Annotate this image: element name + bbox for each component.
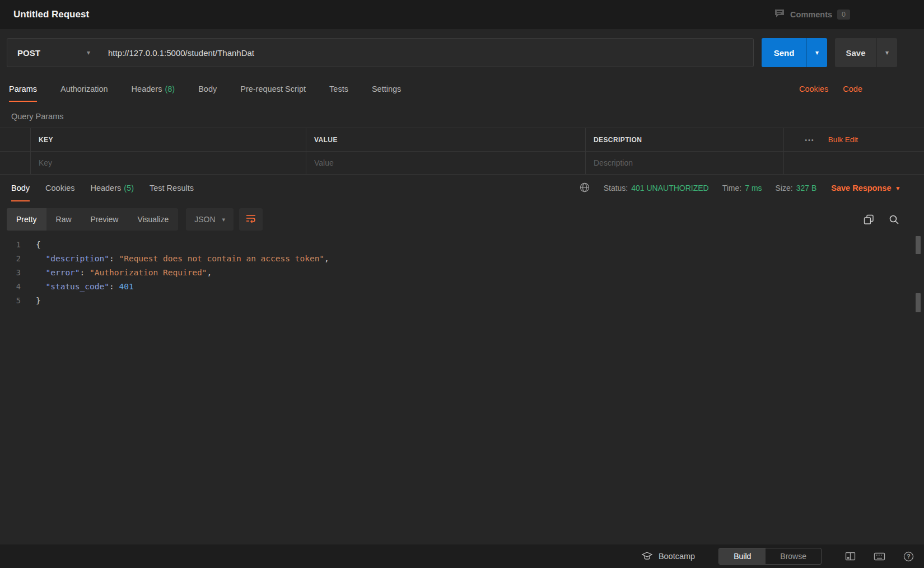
status-bar: Bootcamp Build Browse ? xyxy=(0,544,924,568)
tab-authorization[interactable]: Authorization xyxy=(60,76,108,102)
line-content: "description": "Request does not contain… xyxy=(36,252,329,266)
response-header: BodyCookiesHeaders(5)Test Results Status… xyxy=(0,175,924,201)
comments-count-badge: 0 xyxy=(837,10,850,20)
save-button[interactable]: Save xyxy=(835,38,876,67)
code-link[interactable]: Code xyxy=(843,85,862,93)
bootcamp-label: Bootcamp xyxy=(659,552,695,561)
save-options-caret[interactable]: ▾ xyxy=(876,38,897,67)
tab-pre-request-script[interactable]: Pre-request Script xyxy=(240,76,306,102)
response-toolbar: PrettyRawPreviewVisualize JSON ▾ xyxy=(7,208,899,231)
postman-app: Untitled Request Comments 0 POST ▾ Send … xyxy=(0,0,924,568)
time-badge: Time: 7 ms xyxy=(722,184,762,193)
param-value-input[interactable] xyxy=(314,158,577,167)
line-number: 3 xyxy=(0,266,36,280)
wrap-text-button[interactable] xyxy=(239,208,263,231)
request-bar: POST ▾ Send ▾ Save ▾ xyxy=(0,29,924,76)
keyboard-icon[interactable] xyxy=(874,552,885,561)
bootcamp-button[interactable]: Bootcamp xyxy=(641,551,695,562)
view-tab-preview[interactable]: Preview xyxy=(81,208,128,231)
request-title: Untitled Request xyxy=(13,9,89,20)
request-tabs-right: Cookies Code xyxy=(799,76,862,102)
code-line: 3 "error": "Authorization Required", xyxy=(0,266,924,280)
param-key-input[interactable] xyxy=(39,158,298,167)
size-badge: Size: 327 B xyxy=(776,184,817,193)
send-options-caret[interactable]: ▾ xyxy=(806,38,827,67)
line-content: "status_code": 401 xyxy=(36,280,134,294)
row-handle-cell xyxy=(0,152,31,174)
response-tabs: BodyCookiesHeaders(5)Test Results xyxy=(11,175,194,201)
bulk-edit-link[interactable]: Bulk Edit xyxy=(828,135,858,144)
tab-headers[interactable]: Headers(8) xyxy=(132,76,175,102)
code-line: 1{ xyxy=(0,238,924,252)
view-tab-visualize[interactable]: Visualize xyxy=(128,208,178,231)
response-view-tabs: PrettyRawPreviewVisualize xyxy=(7,208,178,231)
chevron-down-icon: ▾ xyxy=(885,49,889,57)
graduation-cap-icon xyxy=(641,551,653,562)
query-params-title: Query Params xyxy=(0,102,924,128)
code-line: 2 "description": "Request does not conta… xyxy=(0,252,924,266)
chevron-down-icon: ▾ xyxy=(815,49,819,57)
panes-layout-icon[interactable] xyxy=(845,552,856,561)
line-content: { xyxy=(36,238,41,252)
build-browse-toggle: Build Browse xyxy=(718,548,822,565)
tab-tests[interactable]: Tests xyxy=(329,76,348,102)
row-handle-cell xyxy=(0,128,31,151)
view-tab-pretty[interactable]: Pretty xyxy=(7,208,46,231)
status-bar-right: Bootcamp Build Browse ? xyxy=(641,548,914,565)
chevron-down-icon: ▾ xyxy=(87,49,90,57)
url-box: POST ▾ xyxy=(7,38,754,67)
response-tab-test-results[interactable]: Test Results xyxy=(150,175,194,201)
response-meta: Status: 401 UNAUTHORIZED Time: 7 ms Size… xyxy=(579,175,899,201)
line-number: 2 xyxy=(0,252,36,266)
copy-icon[interactable] xyxy=(864,214,874,225)
globe-icon[interactable] xyxy=(579,182,590,195)
format-select[interactable]: JSON ▾ xyxy=(186,208,234,231)
build-tab[interactable]: Build xyxy=(719,548,766,564)
code-lines: 1{2 "description": "Request does not con… xyxy=(0,238,924,308)
response-tab-headers[interactable]: Headers(5) xyxy=(90,175,134,201)
line-content: "error": "Authorization Required", xyxy=(36,266,212,280)
comment-bubble-icon xyxy=(774,8,785,21)
code-line: 5} xyxy=(0,294,924,308)
column-header-key: KEY xyxy=(31,128,306,151)
browse-tab[interactable]: Browse xyxy=(766,548,821,564)
save-button-group: Save ▾ xyxy=(835,38,897,67)
scrollbar-thumb[interactable] xyxy=(916,236,921,254)
line-number: 4 xyxy=(0,280,36,294)
top-bar: Untitled Request Comments 0 xyxy=(0,0,924,29)
column-header-value: VALUE xyxy=(306,128,586,151)
tab-settings[interactable]: Settings xyxy=(372,76,401,102)
url-input[interactable] xyxy=(100,39,753,67)
search-icon[interactable] xyxy=(889,214,899,225)
request-tabs: ParamsAuthorizationHeaders(8)BodyPre-req… xyxy=(0,76,924,102)
more-options-icon[interactable]: ••• xyxy=(805,137,815,143)
scrollbar-thumb[interactable] xyxy=(916,293,921,312)
comments-label: Comments xyxy=(790,10,832,19)
chevron-down-icon: ▾ xyxy=(222,216,226,223)
response-body-editor[interactable]: 1{2 "description": "Request does not con… xyxy=(0,231,924,544)
cookies-link[interactable]: Cookies xyxy=(799,85,828,93)
table-actions: ••• Bulk Edit xyxy=(784,128,924,151)
response-tab-cookies[interactable]: Cookies xyxy=(45,175,74,201)
scrollbar[interactable] xyxy=(916,236,921,404)
line-number: 5 xyxy=(0,294,36,308)
chevron-down-icon: ▾ xyxy=(896,185,899,192)
help-icon[interactable]: ? xyxy=(903,551,914,562)
comments-button[interactable]: Comments 0 xyxy=(774,8,850,21)
save-response-button[interactable]: Save Response ▾ xyxy=(831,184,899,193)
code-line: 4 "status_code": 401 xyxy=(0,280,924,294)
tab-body[interactable]: Body xyxy=(198,76,217,102)
view-tab-raw[interactable]: Raw xyxy=(46,208,81,231)
response-tab-body[interactable]: Body xyxy=(11,175,30,201)
table-header-row: KEY VALUE DESCRIPTION ••• Bulk Edit xyxy=(0,128,924,151)
tab-params[interactable]: Params xyxy=(9,76,37,102)
send-button[interactable]: Send xyxy=(762,38,806,67)
column-header-description: DESCRIPTION xyxy=(586,128,784,151)
param-description-input[interactable] xyxy=(594,158,776,167)
row-actions xyxy=(784,152,924,174)
footer-icons: ? xyxy=(845,551,914,562)
line-number: 1 xyxy=(0,238,36,252)
wrap-text-icon xyxy=(246,214,256,225)
toolbar-right xyxy=(864,214,899,225)
method-select[interactable]: POST ▾ xyxy=(7,39,100,67)
